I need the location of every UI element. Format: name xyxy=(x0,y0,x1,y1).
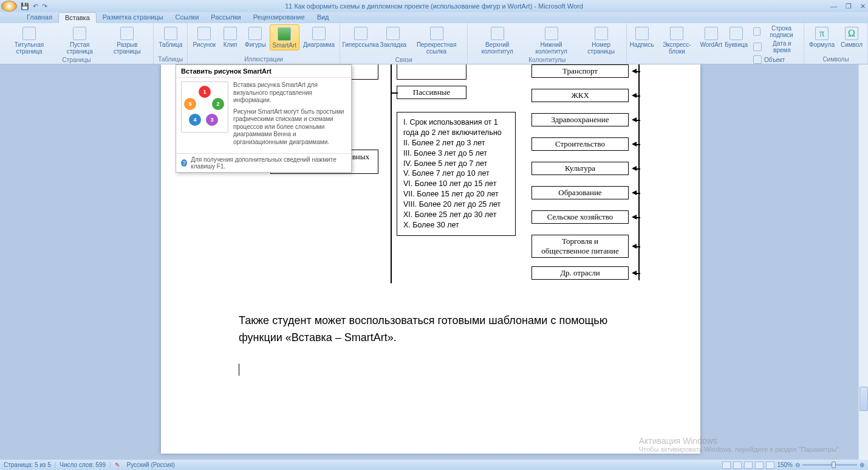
shapes-icon xyxy=(248,27,262,40)
quickparts-icon xyxy=(670,27,683,40)
diagram-box-4: Культура xyxy=(531,162,629,175)
tooltip-image: 1 2 3 4 5 xyxy=(181,81,228,133)
quick-access-toolbar: 💾 ↶ ↷ xyxy=(21,2,47,10)
footer-icon xyxy=(545,27,558,40)
view-draft[interactable] xyxy=(766,461,774,469)
close-icon[interactable]: ✕ xyxy=(860,2,866,10)
footer-button[interactable]: Нижний колонтитул xyxy=(525,24,578,56)
smartart-tooltip: Вставить рисунок SmartArt 1 2 3 4 5 Вста… xyxy=(176,64,352,173)
status-page[interactable]: Страница: 5 из 5 xyxy=(4,461,51,468)
diagram-period-list: I. Срок использования от 1 года до 2 лет… xyxy=(397,112,516,236)
undo-icon[interactable]: ↶ xyxy=(33,2,38,10)
group-symbols: πФормула ΩСимвол Символы xyxy=(804,23,868,64)
diagram-box-passive: Пассивные xyxy=(397,86,466,99)
group-pages: Титульная страница Пустая страница Разры… xyxy=(0,23,154,64)
tooltip-title: Вставить рисунок SmartArt xyxy=(176,65,351,78)
textbox-icon xyxy=(635,27,649,40)
cover-page-button[interactable]: Титульная страница xyxy=(2,24,56,56)
symbol-button[interactable]: ΩСимвол xyxy=(838,24,865,49)
zoom-out-icon[interactable]: ⊖ xyxy=(795,461,800,468)
tab-review[interactable]: Рецензирование xyxy=(247,12,311,23)
view-web[interactable] xyxy=(744,461,753,469)
datetime-button[interactable]: Дата и время xyxy=(752,40,801,54)
clip-button[interactable]: Клип xyxy=(219,24,241,49)
zoom-in-icon[interactable]: ⊕ xyxy=(859,461,864,468)
tab-home[interactable]: Главная xyxy=(21,12,58,23)
signature-button[interactable]: Строка подписи xyxy=(752,24,801,39)
zoom-slider[interactable] xyxy=(802,464,857,466)
diagram-box-6: Сельское хозяйство xyxy=(531,210,629,224)
ribbon: Титульная страница Пустая страница Разры… xyxy=(0,23,868,64)
diagram-box-3: Строительство xyxy=(531,137,629,151)
hyperlink-button[interactable]: Гиперссылка xyxy=(343,24,378,49)
picture-icon xyxy=(197,27,211,40)
status-lang[interactable]: Русский (Россия) xyxy=(127,461,175,468)
textbox-button[interactable]: Надпись xyxy=(629,24,655,49)
vertical-scrollbar[interactable] xyxy=(858,64,868,460)
datetime-icon xyxy=(753,43,762,51)
tab-references[interactable]: Ссылки xyxy=(169,12,205,23)
diagram-box-5: Образование xyxy=(531,186,629,199)
redo-icon[interactable]: ↷ xyxy=(42,2,47,10)
crossref-icon xyxy=(430,27,443,40)
group-headerfooter: Верхний колонтитул Нижний колонтитул Ном… xyxy=(468,23,626,64)
office-button[interactable] xyxy=(1,1,17,12)
hyperlink-icon xyxy=(354,27,367,40)
view-fullscreen[interactable] xyxy=(733,461,742,469)
quickparts-button[interactable]: Экспресс-блоки xyxy=(656,24,699,56)
zoom-level[interactable]: 150% xyxy=(777,461,793,468)
blank-page-button[interactable]: Пустая страница xyxy=(57,24,103,56)
spellcheck-icon[interactable]: ✎ xyxy=(115,461,120,468)
tab-insert[interactable]: Вставка xyxy=(58,12,97,23)
help-icon: ? xyxy=(181,159,187,167)
diagram-box-2: Здравоохранение xyxy=(531,113,629,126)
group-illustrations: Рисунок Клип Фигуры SmartArt Диаграмма И… xyxy=(188,23,340,64)
blank-page-icon xyxy=(73,27,86,40)
wordart-button[interactable]: WordArt xyxy=(699,24,723,49)
group-text: Надпись Экспресс-блоки WordArt Буквица С… xyxy=(627,23,804,64)
table-button[interactable]: Таблица xyxy=(156,24,185,49)
signature-icon xyxy=(753,27,760,36)
minimize-icon[interactable]: — xyxy=(830,2,837,10)
tab-layout[interactable]: Разметка страницы xyxy=(97,12,169,23)
maximize-icon[interactable]: ❐ xyxy=(846,2,852,10)
page-break-icon xyxy=(120,27,134,40)
object-icon xyxy=(753,55,762,64)
page-break-button[interactable]: Разрыв страницы xyxy=(104,24,151,56)
group-links: Гиперссылка Закладка Перекрестная ссылка… xyxy=(340,23,468,64)
diagram-box-0: Транспорт xyxy=(531,64,629,78)
chart-button[interactable]: Диаграмма xyxy=(301,24,337,49)
pagenum-icon xyxy=(595,27,608,40)
picture-button[interactable]: Рисунок xyxy=(190,24,218,49)
crossref-button[interactable]: Перекрестная ссылка xyxy=(408,24,465,56)
title-bar: 💾 ↶ ↷ 11 Как оформить схемы в дипломном … xyxy=(0,0,868,12)
header-button[interactable]: Верхний колонтитул xyxy=(470,24,524,56)
cover-page-icon xyxy=(22,27,36,40)
smartart-icon xyxy=(278,27,291,41)
equation-button[interactable]: πФормула xyxy=(807,24,837,49)
header-icon xyxy=(491,27,504,40)
text-cursor xyxy=(239,364,239,376)
diagram-box-8: Др. отрасли xyxy=(531,266,629,280)
pagenum-button[interactable]: Номер страницы xyxy=(578,24,624,56)
save-icon[interactable]: 💾 xyxy=(21,2,29,10)
view-print-layout[interactable] xyxy=(722,461,731,469)
dropcap-button[interactable]: Буквица xyxy=(724,24,748,49)
view-outline[interactable] xyxy=(755,461,764,469)
wordart-icon xyxy=(705,27,718,40)
status-bar: Страница: 5 из 5| Число слов: 599| ✎ Рус… xyxy=(0,460,868,470)
window-title: 11 Как оформить схемы в дипломном проект… xyxy=(285,2,583,10)
shapes-button[interactable]: Фигуры xyxy=(242,24,268,49)
tab-mailings[interactable]: Рассылки xyxy=(205,12,247,23)
document-area[interactable]: Прочие объекты основных средств Пассивны… xyxy=(0,64,858,460)
clip-icon xyxy=(224,27,237,40)
smartart-button[interactable]: SmartArt xyxy=(270,24,299,50)
scrollbar-thumb[interactable] xyxy=(859,387,868,411)
tab-view[interactable]: Вид xyxy=(311,12,335,23)
symbol-icon: Ω xyxy=(845,27,858,40)
bookmark-button[interactable]: Закладка xyxy=(380,24,407,49)
document-body-text[interactable]: Также студент может воспользоваться гото… xyxy=(239,313,640,381)
object-button[interactable]: Объект xyxy=(752,55,801,64)
status-words[interactable]: Число слов: 599 xyxy=(60,461,106,468)
group-tables: Таблица Таблицы xyxy=(154,23,188,64)
